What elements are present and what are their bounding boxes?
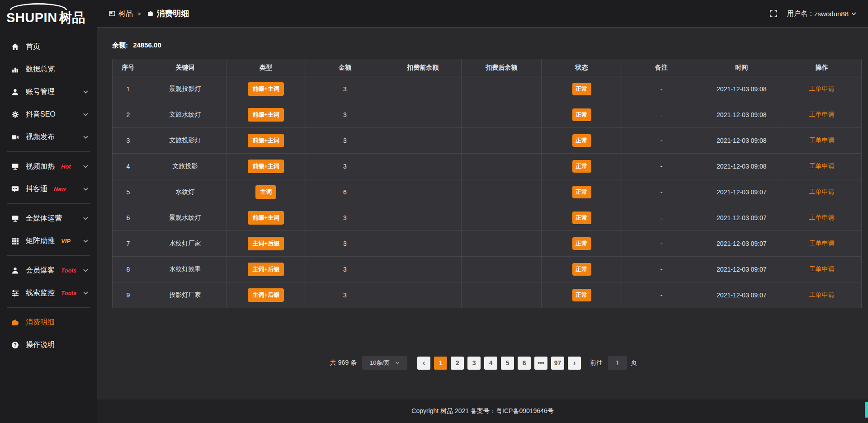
chevron-down-icon[interactable] (851, 12, 856, 15)
sidebar-item-label: 抖客通 (26, 184, 47, 194)
page-button-2[interactable]: 2 (451, 357, 464, 370)
cell-index: 4 (113, 154, 144, 179)
type-badge: 主词 (255, 185, 276, 199)
fullscreen-icon[interactable] (770, 10, 777, 17)
cell-status: 正常 (542, 231, 622, 257)
cell-remark: - (622, 128, 701, 154)
cell-index: 1 (113, 76, 144, 102)
work-order-link[interactable]: 工单申请 (809, 85, 835, 92)
cell-remark: - (622, 205, 701, 231)
table-row: 4文旅投影前缀+主词3正常-2021-12-03 09:08工单申请 (113, 154, 862, 179)
status-badge: 正常 (572, 289, 591, 301)
work-order-link[interactable]: 工单申请 (809, 162, 835, 169)
cell-post-balance (462, 76, 542, 102)
page-button-3[interactable]: 3 (467, 357, 481, 370)
column-header-时间: 时间 (701, 59, 782, 76)
table-row: 6景观水纹灯前缀+主词3正常-2021-12-03 09:07工单申请 (113, 205, 862, 231)
sidebar-item-badge: Tools (61, 267, 76, 274)
cell-index: 8 (113, 257, 144, 282)
sidebar-item-线索监控[interactable]: 线索监控Tools (0, 282, 97, 304)
cell-remark: - (622, 102, 701, 128)
sidebar-item-抖客通[interactable]: 抖客通New (0, 178, 97, 200)
video-icon (11, 133, 19, 141)
chevron-down-icon (395, 362, 400, 364)
app-logo: SHUPIN树品 (0, 0, 97, 29)
sidebar-item-矩阵助推[interactable]: 矩阵助推VIP (0, 230, 97, 252)
cell-keyword: 文旅投影 (144, 154, 226, 179)
bar-chart-icon (11, 66, 19, 73)
logo-brand-cn: 树品 (59, 10, 85, 25)
cell-post-balance (462, 128, 542, 154)
sidebar-item-label: 线索监控 (26, 288, 55, 298)
cell-index: 2 (113, 102, 144, 128)
logo-arc-icon (10, 3, 67, 10)
cell-index: 5 (113, 179, 144, 205)
cell-action: 工单申请 (782, 282, 862, 308)
cell-pre-balance (384, 257, 462, 282)
page-button-1[interactable]: 1 (434, 357, 447, 370)
table-row: 5水纹灯主词6正常-2021-12-03 09:07工单申请 (113, 179, 862, 205)
username-value[interactable]: zswodun88 (814, 10, 849, 18)
cell-post-balance (462, 231, 542, 257)
work-order-link[interactable]: 工单申请 (809, 265, 835, 273)
prev-page-button[interactable]: ‹ (417, 357, 430, 370)
sidebar-item-视频发布[interactable]: 视频发布 (0, 126, 97, 148)
cell-pre-balance (384, 102, 462, 128)
table-header-row: 序号关键词类型金额扣费前余额扣费后余额状态备注时间操作 (113, 59, 862, 76)
cell-type: 主词+后缀 (226, 231, 306, 257)
work-order-link[interactable]: 工单申请 (809, 111, 835, 118)
work-order-link[interactable]: 工单申请 (809, 214, 835, 221)
sidebar-item-首页[interactable]: 首页 (0, 35, 97, 58)
cell-post-balance (462, 282, 542, 308)
page-button-97[interactable]: 97 (551, 357, 564, 370)
copyright-text: Copyright 树品 2021 备案号：粤ICP备09019646号 (411, 407, 553, 415)
balance-value: 24856.00 (133, 41, 161, 49)
sidebar-item-label: 视频发布 (26, 132, 55, 142)
cell-remark: - (622, 154, 701, 179)
sidebar-item-抖音SEO[interactable]: 抖音SEO (0, 103, 97, 126)
consumption-table: 序号关键词类型金额扣费前余额扣费后余额状态备注时间操作 1景观投影灯前缀+主词3… (112, 59, 862, 308)
work-order-link[interactable]: 工单申请 (809, 188, 835, 195)
sidebar-item-账号管理[interactable]: 账号管理 (0, 80, 97, 103)
cell-status: 正常 (542, 76, 622, 102)
page-button-5[interactable]: 5 (501, 357, 514, 370)
column-header-操作: 操作 (782, 59, 862, 76)
work-order-link[interactable]: 工单申请 (809, 240, 835, 247)
next-page-button[interactable]: › (568, 357, 581, 370)
page-button-4[interactable]: 4 (484, 357, 497, 370)
logo-brand-en: SHUPIN (6, 10, 57, 25)
column-header-扣费后余额: 扣费后余额 (462, 59, 542, 76)
cell-post-balance (462, 205, 542, 231)
chat-widget-sliver[interactable] (865, 402, 868, 418)
sidebar-item-视频加热[interactable]: 视频加热Hot (0, 155, 97, 178)
cell-type: 主词+后缀 (226, 257, 306, 282)
cell-pre-balance (384, 205, 462, 231)
gear-icon (11, 111, 19, 118)
sidebar-item-操作说明[interactable]: ?操作说明 (0, 334, 97, 356)
cell-keyword: 水纹灯 (144, 179, 226, 205)
sidebar-item-会员爆客[interactable]: 会员爆客Tools (0, 259, 97, 282)
page-button-6[interactable]: 6 (518, 357, 531, 370)
work-order-link[interactable]: 工单申请 (809, 136, 835, 144)
page-size-select[interactable]: 10条/页 (362, 356, 407, 370)
work-order-link[interactable]: 工单申请 (809, 291, 835, 298)
cell-time: 2021-12-03 09:08 (701, 102, 782, 128)
sidebar-item-label: 矩阵助推 (26, 236, 55, 246)
sidebar-divider (7, 151, 90, 152)
type-badge: 前缀+主词 (248, 211, 284, 225)
type-badge: 主词+后缀 (248, 237, 284, 250)
sidebar-menu: 首页数据总览账号管理抖音SEO视频发布视频加热Hot抖客通New全媒体运营矩阵助… (0, 29, 97, 356)
footer: Copyright 树品 2021 备案号：粤ICP备09019646号 (97, 400, 868, 423)
main-area: 树品 > 消费明细 用户名： zswodun88 余额: 24856.00 序号… (97, 0, 868, 423)
chevron-down-icon (83, 269, 88, 272)
goto-page-input[interactable] (608, 356, 627, 370)
cell-action: 工单申请 (782, 76, 862, 102)
sidebar-item-消费明细[interactable]: 消费明细 (0, 311, 97, 334)
sidebar-item-数据总览[interactable]: 数据总览 (0, 58, 97, 80)
cell-post-balance (462, 257, 542, 282)
cell-action: 工单申请 (782, 128, 862, 154)
breadcrumb-root[interactable]: 树品 (118, 9, 133, 19)
cell-keyword: 景观水纹灯 (144, 205, 226, 231)
more-pages-button[interactable]: ••• (534, 357, 547, 370)
sidebar-item-全媒体运营[interactable]: 全媒体运营 (0, 207, 97, 230)
